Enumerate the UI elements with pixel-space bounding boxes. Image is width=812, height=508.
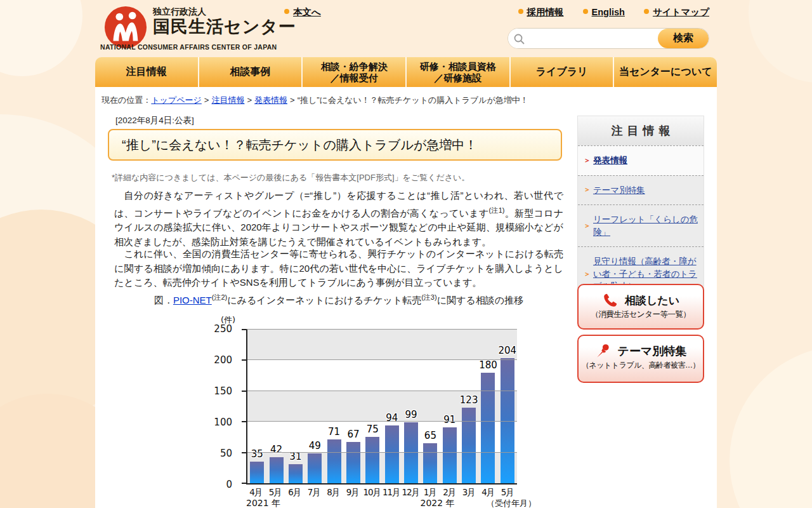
y-tick <box>242 329 246 330</box>
bar-value-label: 99 <box>405 409 417 420</box>
consultation-banner-title: 相談したい <box>625 293 679 308</box>
arrow-icon: ＞ <box>584 269 591 279</box>
paragraph-1: 自分の好きなアーティストやグループ（=“推し”）を応援することは“推し活”といわ… <box>114 189 563 249</box>
y-axis-labels: 050100150200250 <box>211 329 241 485</box>
bar-value-label: 67 <box>347 429 359 440</box>
bar: 65 <box>423 443 437 483</box>
y-tick <box>242 391 246 392</box>
pio-net-link[interactable]: PIO-NET <box>173 295 212 305</box>
bullet-icon <box>518 9 523 14</box>
sidebar-item-announcements[interactable]: ＞発表情報 <box>578 145 704 175</box>
note-ref-3: (注3) <box>421 293 436 301</box>
y-tick-label: 150 <box>214 385 232 397</box>
x-tick-label: 7月 <box>304 487 324 498</box>
x-tick-label: 10月 <box>362 487 382 498</box>
publish-date: [2022年8月4日:公表] <box>115 115 194 126</box>
recruit-link[interactable]: 採用情報 <box>518 7 564 17</box>
x-tick-label: 1月 <box>421 487 440 498</box>
nav-item-about[interactable]: 当センターについて <box>613 57 717 87</box>
theme-features-banner[interactable]: テーマ別特集 （ネットトラブル、高齢者被害…） <box>577 335 704 383</box>
theme-banner-subtitle: （ネットトラブル、高齢者被害…） <box>579 360 703 371</box>
arrow-icon: ＞ <box>584 221 591 231</box>
bar: 75 <box>365 437 379 483</box>
nav-item-training[interactable]: 研修・相談員資格／研修施設 <box>405 57 509 87</box>
bar-value-label: 180 <box>479 359 497 371</box>
english-link[interactable]: English <box>583 7 625 17</box>
bar: 31 <box>289 464 303 483</box>
x-tick-label: 4月 <box>478 487 498 498</box>
page: 独立行政法人 国民生活センター NATIONAL CONSUMER AFFAIR… <box>0 0 812 508</box>
note-ref-1: (注1) <box>488 206 504 214</box>
bar: 49 <box>308 453 322 483</box>
bar: 35 <box>250 462 264 483</box>
bar-slot: 180 <box>478 330 497 483</box>
breadcrumb-current: “推し”に会えない！？転売チケットの購入トラブルが急増中！ <box>298 95 528 105</box>
x-tick-label: 9月 <box>343 487 363 498</box>
chart-bars: 3542314971677594996591123180204 <box>247 330 517 483</box>
nav-item-consultation[interactable]: 相談・紛争解決／情報受付 <box>301 57 405 87</box>
search-icon <box>514 34 525 44</box>
x-tick-label: 6月 <box>285 487 304 498</box>
x-tick-label: 8月 <box>324 487 343 498</box>
theme-banner-title: テーマ別特集 <box>618 344 687 359</box>
x-tick-label: 12月 <box>401 487 421 498</box>
bar-value-label: 49 <box>309 440 321 451</box>
decor-circle <box>730 346 812 508</box>
bar: 71 <box>327 439 341 483</box>
gridline <box>247 421 517 422</box>
breadcrumb-featured[interactable]: 注目情報 <box>211 95 244 105</box>
sidebar-featured-box: 注目情報 ＞発表情報 ＞テーマ別特集 ＞リーフレット「くらしの危険」 ＞見守り情… <box>577 116 704 302</box>
y-tick-label: 0 <box>226 479 232 490</box>
bar-value-label: 94 <box>386 412 398 424</box>
global-nav: 注目情報 相談事例 相談・紛争解決／情報受付 研修・相談員資格／研修施設 ライブ… <box>95 57 717 87</box>
breadcrumb-announcements[interactable]: 発表情報 <box>254 95 287 105</box>
x-tick-label: 3月 <box>459 487 479 498</box>
search-input[interactable] <box>508 29 658 48</box>
sidebar-item-theme-features[interactable]: ＞テーマ別特集 <box>578 175 704 205</box>
org-name: 国民生活センター <box>153 18 296 37</box>
pushpin-icon <box>595 343 612 359</box>
nav-item-featured[interactable]: 注目情報 <box>95 57 198 87</box>
utility-links: 採用情報 English サイトマップ <box>0 6 709 18</box>
year-label: 2021 年 <box>246 498 280 508</box>
bullet-icon <box>583 9 588 14</box>
bullet-icon <box>644 9 649 14</box>
bar-slot: 75 <box>363 330 382 483</box>
bar: 91 <box>443 427 457 483</box>
bar: 67 <box>346 442 360 483</box>
bar-value-label: 65 <box>424 430 436 441</box>
search-button[interactable]: 検索 <box>658 29 709 48</box>
bar-slot: 94 <box>383 330 402 483</box>
consultation-banner[interactable]: 相談したい （消費生活センター等一覧） <box>577 284 704 330</box>
search-bar: 検索 <box>508 28 709 49</box>
breadcrumb-home[interactable]: トップページ <box>151 95 202 105</box>
sidebar-item-leaflet[interactable]: ＞リーフレット「くらしの危険」 <box>578 204 704 246</box>
nav-item-library[interactable]: ライブラリ <box>509 57 613 87</box>
bar-value-label: 42 <box>270 444 282 455</box>
bar-slot: 35 <box>247 330 266 483</box>
detail-note: *詳細な内容につきましては、本ページの最後にある「報告書本文[PDF形式]」をご… <box>112 172 469 184</box>
nav-item-cases[interactable]: 相談事例 <box>198 57 302 87</box>
org-name-en: NATIONAL CONSUMER AFFAIRS CENTER OF JAPA… <box>100 43 277 51</box>
sidebar-featured-title: 注目情報 <box>578 116 704 145</box>
bar-slot: 71 <box>324 330 343 483</box>
y-tick-label: 250 <box>214 323 232 335</box>
y-tick <box>242 359 246 361</box>
x-axis-note: （受付年月） <box>487 498 536 508</box>
bar-slot: 65 <box>421 330 440 483</box>
note-ref-2: (注2) <box>212 293 227 301</box>
x-tick-label: 2月 <box>440 487 459 498</box>
x-tick-label: 11月 <box>382 487 402 498</box>
bar-slot: 31 <box>286 330 305 483</box>
gridline <box>247 452 517 453</box>
bar-value-label: 91 <box>443 414 455 425</box>
bar-value-label: 204 <box>499 345 517 356</box>
sitemap-link[interactable]: サイトマップ <box>644 7 709 17</box>
bar: 94 <box>385 425 399 483</box>
bar-value-label: 123 <box>460 394 478 406</box>
bar: 99 <box>404 422 418 483</box>
bar-slot: 49 <box>305 330 324 483</box>
y-tick <box>242 483 246 484</box>
consultation-banner-subtitle: （消費生活センター等一覧） <box>579 309 703 320</box>
bar-slot: 204 <box>498 330 517 483</box>
